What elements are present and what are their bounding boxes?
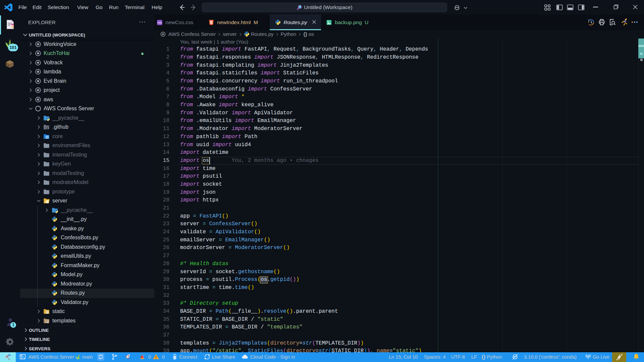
svg-text:CSS: CSS: [158, 21, 162, 24]
